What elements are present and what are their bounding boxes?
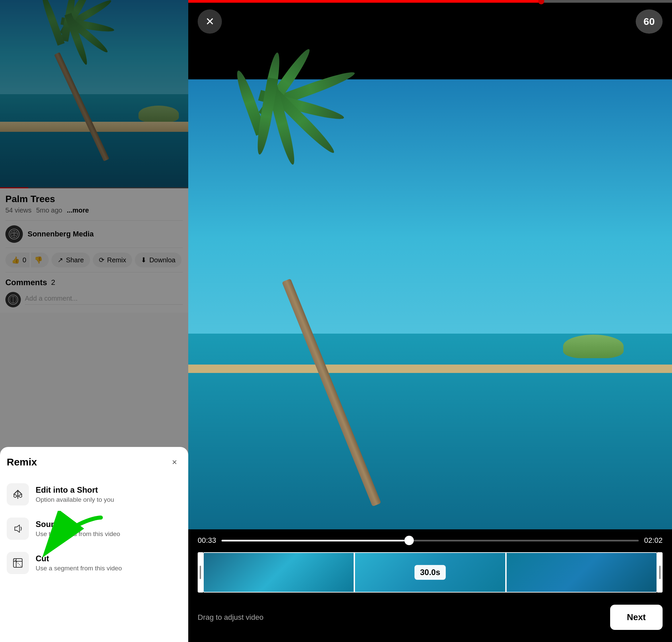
cut-title: Cut	[36, 554, 182, 563]
next-button[interactable]: Next	[610, 605, 662, 630]
more-link[interactable]: ...more	[67, 206, 89, 214]
svg-point-5	[14, 495, 16, 497]
time-total: 02:02	[644, 536, 662, 545]
filmstrip-frame	[203, 552, 354, 593]
handle-line	[659, 566, 661, 579]
right-ocean	[188, 334, 672, 529]
filmstrip-right-handle[interactable]	[657, 552, 662, 593]
comment-avatar	[5, 292, 21, 307]
cut-text: Cut Use a segment from this video	[36, 554, 182, 572]
remix-close-button[interactable]: ×	[167, 455, 182, 469]
sound-desc: Use the sound from this video	[36, 530, 182, 538]
cut-desc: Use a segment from this video	[36, 565, 182, 572]
sound-icon	[7, 517, 29, 540]
sound-title: Sound	[36, 519, 182, 529]
share-label: Share	[66, 256, 84, 264]
remix-header: Remix ×	[7, 455, 182, 469]
palm-tree-scene	[0, 0, 188, 188]
filmstrip[interactable]: 30.0s	[195, 552, 665, 593]
filmstrip-inner: 30.0s	[203, 552, 657, 593]
slider-thumb[interactable]	[404, 536, 414, 545]
channel-avatar[interactable]	[5, 225, 23, 243]
edit-short-icon	[7, 483, 29, 505]
cut-icon	[7, 552, 29, 574]
remix-item-edit-short[interactable]: Edit into a Short Option available only …	[7, 477, 182, 512]
time-slider-row: 00:33 02:02	[188, 529, 672, 548]
island	[139, 106, 179, 123]
top-progress-fill	[188, 0, 541, 3]
comments-label: Comments	[5, 278, 47, 287]
remix-sheet-title: Remix	[7, 457, 37, 468]
svg-point-6	[19, 495, 22, 497]
comments-count: 2	[51, 278, 55, 287]
bottom-footer: Drag to adjust video Next	[188, 596, 672, 642]
right-panel: ✕ 60 00:33	[188, 0, 672, 642]
upload-age: 5mo ago	[36, 206, 62, 214]
close-button[interactable]: ✕	[198, 10, 222, 34]
sound-text: Sound Use the sound from this video	[36, 519, 182, 538]
right-palm-leaves	[212, 69, 599, 290]
like-button[interactable]: 👍 0	[5, 253, 29, 267]
video-progress-bar	[0, 187, 188, 188]
video-thumbnail	[0, 0, 188, 188]
channel-row: Sonnenberg Media	[5, 220, 183, 247]
download-button[interactable]: ⬇ Downloa	[135, 253, 182, 267]
slider-fill	[221, 540, 409, 541]
top-progress-bar[interactable]	[188, 0, 672, 3]
time-current: 00:33	[198, 536, 216, 545]
edit-short-title: Edit into a Short	[36, 485, 182, 495]
thumbs-up-icon: 👍	[11, 256, 20, 264]
palm-leaves	[38, 4, 155, 98]
remix-sheet: Remix ×	[0, 447, 188, 642]
svg-line-10	[13, 558, 22, 567]
video-progress-fill	[0, 187, 28, 188]
edit-short-text: Edit into a Short Option available only …	[36, 485, 182, 503]
share-icon: ↗	[57, 256, 63, 264]
top-controls: ✕ 60	[188, 3, 672, 40]
video-meta: 54 views 5mo ago ...more	[5, 206, 183, 214]
share-button[interactable]: ↗ Share	[51, 253, 90, 267]
bottom-controls: 00:33 02:02 30.0s	[188, 529, 672, 642]
filmstrip-container: 30.0s	[188, 548, 672, 596]
video-display-bg	[188, 40, 672, 529]
handle-line	[200, 566, 201, 579]
edit-short-desc: Option available only to you	[36, 496, 182, 503]
comments-section: Comments 2 Add a comment...	[5, 272, 183, 313]
thumbs-down-icon: 👎	[34, 256, 43, 264]
remix-item-sound[interactable]: Sound Use the sound from this video	[7, 512, 182, 546]
download-label: Downloa	[149, 256, 176, 264]
filmstrip-left-handle[interactable]	[198, 552, 203, 593]
dislike-button[interactable]: 👎	[31, 253, 49, 267]
remix-label: Remix	[107, 256, 126, 264]
filmstrip-center-frame: 30.0s	[354, 552, 506, 593]
remix-item-cut[interactable]: Cut Use a segment from this video	[7, 546, 182, 580]
drag-hint: Drag to adjust video	[198, 613, 263, 622]
comment-input-row: Add a comment...	[5, 292, 183, 307]
video-title: Palm Trees	[5, 194, 183, 204]
comment-input[interactable]: Add a comment...	[25, 295, 183, 305]
remix-button[interactable]: ⟳ Remix	[93, 253, 132, 267]
download-icon: ⬇	[141, 256, 146, 264]
like-count: 0	[23, 256, 26, 264]
left-panel: Palm Trees 54 views 5mo ago ...more Sonn…	[0, 0, 188, 642]
time-slider[interactable]	[221, 540, 639, 541]
video-info: Palm Trees 54 views 5mo ago ...more Sonn…	[0, 188, 188, 313]
filmstrip-frame	[506, 552, 657, 593]
right-sand	[188, 364, 672, 373]
action-buttons: 👍 0 👎 ↗ Share ⟳ Remix ⬇ Downloa	[5, 247, 183, 272]
right-island	[563, 335, 624, 358]
comments-header: Comments 2	[5, 278, 183, 287]
duration-badge: 60	[636, 10, 662, 34]
remix-icon: ⟳	[99, 256, 105, 264]
video-display	[188, 40, 672, 529]
view-count: 54 views	[5, 206, 31, 214]
channel-name: Sonnenberg Media	[28, 230, 94, 239]
segment-duration-label: 30.0s	[414, 565, 445, 580]
